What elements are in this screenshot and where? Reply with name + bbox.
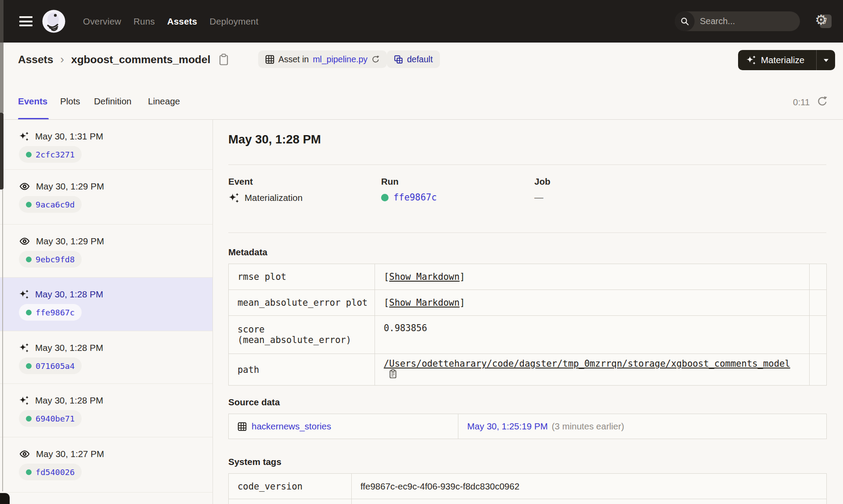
observation-icon — [19, 236, 30, 247]
run-badge[interactable]: ffe9867c — [19, 304, 82, 321]
nav-assets[interactable]: Assets — [167, 16, 197, 27]
source-time-cell: May 30, 1:25:19 PM(3 minutes earlier) — [458, 414, 827, 439]
metadata-action-cell — [810, 316, 827, 354]
event-time: May 30, 1:28 PM — [35, 289, 103, 300]
table-icon — [238, 422, 247, 431]
system-tag-value: ffe9867c-ec9c-4f06-939c-f8dc830c0962 — [352, 474, 827, 499]
window-edge — [0, 0, 4, 43]
job-column-label: Job — [534, 176, 550, 187]
run-badge[interactable]: 071605a4 — [19, 357, 82, 374]
run-status-dot — [26, 416, 32, 422]
table-row: rmse plot [Show Markdown] — [229, 264, 827, 290]
metadata-key: path — [229, 354, 375, 386]
group-default-label: default — [407, 54, 433, 64]
source-asset-cell: hackernews_stories — [229, 414, 458, 439]
metadata-key: mean_absolute_error plot — [229, 290, 375, 316]
pipeline-file-link[interactable]: ml_pipeline.py — [313, 54, 367, 64]
breadcrumb-assets-link[interactable]: Assets — [18, 54, 53, 66]
materialize-button[interactable]: Materialize — [738, 55, 816, 65]
metadata-value: [Show Markdown] — [375, 290, 810, 316]
event-list-item[interactable]: May 30, 1:31 PM 2cfc3271 — [0, 120, 213, 170]
materialize-split-button: Materialize — [738, 50, 835, 70]
event-list-item[interactable]: May 30, 1:28 PM 071605a4 — [0, 331, 213, 384]
run-status-dot — [26, 310, 32, 315]
job-value: — — [534, 192, 544, 203]
nav-deployment[interactable]: Deployment — [209, 16, 258, 27]
event-time: May 30, 1:29 PM — [36, 181, 104, 192]
materialize-options-button[interactable] — [817, 50, 835, 70]
group-default-badge[interactable]: default — [387, 50, 440, 68]
event-column-label: Event — [228, 176, 253, 187]
metadata-action-cell — [810, 354, 827, 386]
run-id-link[interactable]: ffe9867c — [393, 192, 437, 203]
run-status-dot — [26, 257, 32, 262]
scrollbar-thumb[interactable] — [0, 113, 4, 189]
auto-refresh-timer: 0:11 — [793, 97, 810, 107]
system-tags-table: code_version ffe9867c-ec9c-4f06-939c-f8d… — [228, 473, 827, 504]
window-edge-line — [2, 189, 3, 491]
event-list-item[interactable]: May 30, 1:27 PM fd540026 — [0, 437, 213, 493]
metadata-value: [Show Markdown] — [375, 264, 810, 290]
table-row: path /Users/odetteharary/code/dagster/tm… — [229, 354, 827, 386]
show-markdown-link[interactable]: [Show Markdown] — [384, 297, 465, 308]
tab-plots[interactable]: Plots — [60, 96, 80, 107]
copy-asset-name-icon[interactable] — [219, 54, 229, 65]
tab-lineage[interactable]: Lineage — [148, 96, 180, 107]
materialization-icon — [19, 289, 29, 300]
run-badge[interactable]: 2cfc3271 — [19, 146, 82, 163]
materialization-icon — [746, 55, 757, 65]
primary-nav: Overview Runs Assets Deployment — [83, 0, 259, 43]
event-time: May 30, 1:31 PM — [35, 131, 103, 142]
asset-in-label: Asset in — [278, 54, 309, 64]
refresh-icon[interactable] — [817, 96, 828, 107]
search-icon — [675, 11, 695, 31]
storage-path-link[interactable]: /Users/odetteharary/code/dagster/tmp_0mz… — [384, 358, 790, 369]
tab-definition[interactable]: Definition — [94, 96, 131, 107]
settings-gear-icon[interactable]: ⚙ — [815, 13, 827, 27]
event-time: May 30, 1:28 PM — [35, 343, 103, 353]
event-list-item[interactable]: May 30, 1:29 PM 9ebc9fd8 — [0, 225, 213, 278]
caret-down-icon — [823, 58, 829, 63]
dagster-asset-page: Overview Runs Assets Deployment / ⚙ Asse… — [0, 0, 843, 504]
asset-name-title: xgboost_comments_model — [71, 54, 210, 66]
metadata-action-cell — [810, 264, 827, 290]
search-input[interactable] — [695, 16, 820, 26]
copy-path-icon[interactable] — [389, 370, 397, 381]
run-status-dot — [26, 469, 32, 475]
run-badge[interactable]: 6940be71 — [19, 410, 82, 427]
source-timestamp-link[interactable]: May 30, 1:25:19 PM — [467, 421, 548, 431]
event-list-item-partial[interactable] — [0, 493, 213, 504]
event-detail-title: May 30, 1:28 PM — [228, 132, 321, 147]
metadata-action-cell — [810, 290, 827, 316]
metadata-value: 0.983856 — [375, 316, 810, 354]
metadata-value: /Users/odetteharary/code/dagster/tmp_0mz… — [375, 354, 810, 386]
run-status-dot — [381, 194, 389, 201]
source-asset-link[interactable]: hackernews_stories — [252, 421, 331, 432]
asset-group-icon — [265, 55, 274, 64]
asset-in-badge[interactable]: Asset in ml_pipeline.py — [258, 50, 387, 68]
event-list-item[interactable]: May 30, 1:29 PM 9aca6c9d — [0, 170, 213, 225]
event-list-item[interactable]: May 30, 1:28 PM 6940be71 — [0, 384, 213, 437]
dagster-logo[interactable] — [42, 10, 65, 33]
nav-runs[interactable]: Runs — [133, 16, 155, 27]
run-status-dot — [26, 202, 32, 207]
table-row: score (mean_absolute_error) 0.983856 — [229, 316, 827, 354]
run-badge[interactable]: 9aca6c9d — [19, 196, 82, 213]
tab-events[interactable]: Events — [18, 96, 47, 107]
metadata-key: rmse plot — [229, 264, 375, 290]
menu-icon[interactable] — [19, 16, 32, 26]
event-time: May 30, 1:28 PM — [35, 395, 103, 406]
event-list-item-selected[interactable]: May 30, 1:28 PM ffe9867c — [0, 278, 213, 331]
run-badge[interactable]: fd540026 — [19, 464, 82, 480]
nav-overview[interactable]: Overview — [83, 16, 121, 27]
reload-definitions-icon[interactable] — [371, 55, 380, 64]
search-bar[interactable]: / — [675, 11, 800, 31]
run-column-label: Run — [381, 176, 399, 187]
show-markdown-link[interactable]: [Show Markdown] — [384, 272, 465, 282]
materialization-icon — [19, 343, 29, 353]
scrollbar-track[interactable] — [0, 43, 4, 113]
materialize-label: Materialize — [761, 55, 804, 65]
metadata-key: score (mean_absolute_error) — [229, 316, 375, 354]
event-type-value: Materialization — [228, 192, 303, 204]
run-badge[interactable]: 9ebc9fd8 — [19, 251, 82, 268]
